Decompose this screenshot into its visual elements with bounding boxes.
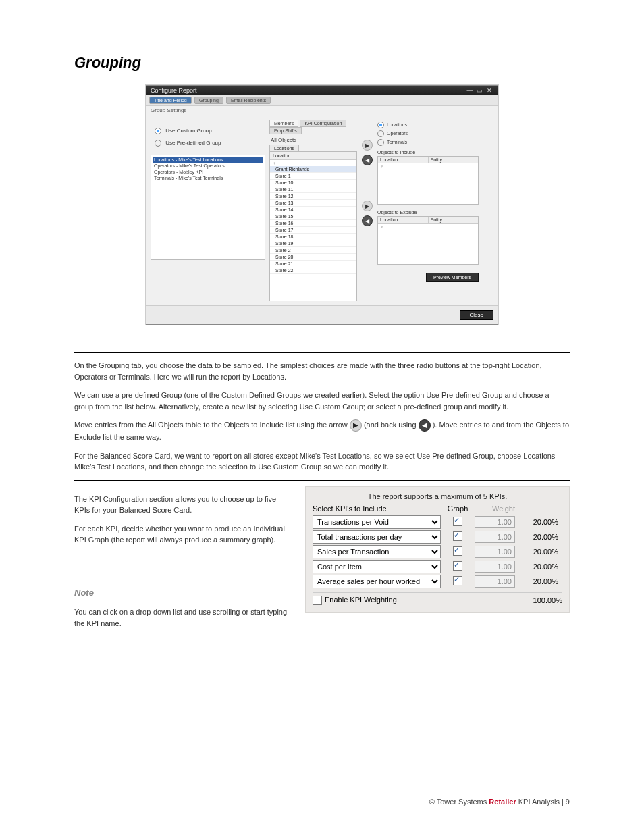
subtab-members[interactable]: Members xyxy=(269,120,298,127)
table-row[interactable]: Store 11 xyxy=(270,186,356,193)
radio-dot-icon xyxy=(155,128,161,134)
table-row[interactable]: Store 20 xyxy=(270,254,356,261)
weight-input[interactable] xyxy=(475,561,515,573)
body-paragraph: The KPI Configuration section allows you… xyxy=(74,494,292,516)
table-row[interactable]: Store 21 xyxy=(270,261,356,267)
arrow-remove-include-icon[interactable]: ◀ xyxy=(362,155,373,165)
weight-percent: 20.00% xyxy=(515,548,558,556)
window-controls: — ▭ ✕ xyxy=(466,87,493,94)
subtab-emp-shifts[interactable]: Emp Shifts xyxy=(269,127,302,134)
close-icon[interactable]: ✕ xyxy=(485,87,493,94)
table-row[interactable]: Store 15 xyxy=(270,213,356,220)
column-header-location[interactable]: Location xyxy=(270,152,356,160)
graph-checkbox[interactable] xyxy=(453,531,462,541)
tab-email-recipients[interactable]: Email Recipients xyxy=(226,97,271,104)
radio-terminals[interactable]: Terminals xyxy=(377,139,479,146)
kpi-select[interactable]: Average sales per hour worked xyxy=(313,575,441,588)
body-paragraph: You can click on a drop-down list and us… xyxy=(74,606,292,629)
radio-use-predefined-group[interactable]: Use Pre-defined Group xyxy=(155,140,265,147)
table-row[interactable]: Store 22 xyxy=(270,267,356,274)
list-item[interactable]: Operators - Mike's Test Operators xyxy=(153,163,263,169)
arrow-add-include-icon[interactable]: ▶ xyxy=(362,140,373,151)
arrow-right-icon: ▶ xyxy=(350,419,362,432)
graph-column-label: Graph xyxy=(441,504,475,513)
enable-label: Enable KPI Weighting xyxy=(325,596,397,604)
members-subtabs: Members KPI Configuration Emp Shifts xyxy=(269,120,357,134)
table-row[interactable]: Store 2 xyxy=(270,247,356,254)
table-row[interactable]: Store 1 xyxy=(270,173,356,180)
radio-locations[interactable]: Locations xyxy=(377,122,479,128)
radio-label: Locations xyxy=(387,122,407,127)
body-text: Move entries from the All Objects table … xyxy=(74,421,350,429)
weight-input[interactable] xyxy=(475,516,515,528)
configure-report-window: Configure Report — ▭ ✕ Title and Period … xyxy=(146,85,498,325)
radio-use-custom-group[interactable]: Use Custom Group xyxy=(155,128,265,134)
kpi-select[interactable]: Transactions per Void xyxy=(313,515,441,529)
graph-checkbox[interactable] xyxy=(453,561,462,571)
table-row[interactable]: Store 19 xyxy=(270,240,356,247)
weight-input[interactable] xyxy=(475,546,515,558)
arrow-remove-exclude-icon[interactable]: ◀ xyxy=(362,215,373,226)
graph-checkbox[interactable] xyxy=(453,576,462,585)
body-paragraph: On the Grouping tab, you choose the data… xyxy=(74,360,570,382)
weight-percent: 20.00% xyxy=(515,533,558,541)
column-header-entity[interactable]: Entity xyxy=(429,157,479,163)
list-item[interactable]: Terminals - Mike's Test Terminals xyxy=(153,175,263,181)
filter-row[interactable]: ♀ xyxy=(270,160,356,166)
footer-text: © Tower Systems xyxy=(429,798,489,806)
table-row[interactable]: Store 13 xyxy=(270,200,356,207)
table-row[interactable]: Store 16 xyxy=(270,220,356,227)
objects-to-include-table[interactable]: LocationEntity ♀ xyxy=(377,156,479,205)
objects-to-exclude-label: Objects to Exclude xyxy=(377,210,479,215)
kpi-row: Cost per Item 20.00% xyxy=(313,560,562,573)
weight-input[interactable] xyxy=(475,575,515,588)
weight-input[interactable] xyxy=(475,531,515,543)
list-item[interactable]: Operators - Mobley KPI xyxy=(153,169,263,175)
table-row[interactable]: Store 14 xyxy=(270,207,356,213)
table-row[interactable]: Store 12 xyxy=(270,193,356,200)
tab-grouping[interactable]: Grouping xyxy=(194,97,223,104)
weight-total: 100.00% xyxy=(522,596,562,604)
footer-text: KPI Analysis | 9 xyxy=(516,798,570,806)
close-button[interactable]: Close xyxy=(460,310,493,320)
kpi-select[interactable]: Cost per Item xyxy=(313,560,441,573)
footer-brand: Retailer xyxy=(489,798,516,806)
maximize-icon[interactable]: ▭ xyxy=(475,87,483,94)
column-header-location[interactable]: Location xyxy=(378,157,429,163)
filter-row[interactable]: ♀ xyxy=(378,163,478,170)
arrow-left-icon: ◀ xyxy=(419,419,431,432)
kpi-select[interactable]: Total transactions per day xyxy=(313,530,441,544)
body-paragraph: We can use a pre-defined Group (one of t… xyxy=(74,390,570,412)
tab-title-and-period[interactable]: Title and Period xyxy=(149,97,192,104)
minimize-icon[interactable]: — xyxy=(466,87,474,94)
checkbox-icon[interactable] xyxy=(313,596,322,605)
weight-percent: 20.00% xyxy=(515,577,558,585)
objects-to-exclude-table[interactable]: LocationEntity ♀ xyxy=(377,216,479,265)
divider xyxy=(74,642,570,642)
column-header-entity[interactable]: Entity xyxy=(429,217,479,223)
locations-tab[interactable]: Locations xyxy=(269,145,299,151)
kpi-row: Average sales per hour worked 20.00% xyxy=(313,575,562,588)
graph-checkbox[interactable] xyxy=(453,546,462,556)
weight-percent: 20.00% xyxy=(515,518,558,526)
subtab-kpi-configuration[interactable]: KPI Configuration xyxy=(300,120,346,127)
preview-members-button[interactable]: Preview Members xyxy=(426,273,479,282)
radio-operators[interactable]: Operators xyxy=(377,130,479,137)
all-objects-grid[interactable]: Location ♀ Grant Richlands Store 1 Store… xyxy=(269,151,357,301)
arrow-add-exclude-icon[interactable]: ▶ xyxy=(362,201,373,211)
objects-to-include-label: Objects to Include xyxy=(377,150,479,155)
predefined-group-list[interactable]: Locations - Mike's Test Locations Operat… xyxy=(151,155,265,260)
table-row[interactable]: Store 18 xyxy=(270,234,356,240)
table-row[interactable]: Store 17 xyxy=(270,227,356,234)
filter-row[interactable]: ♀ xyxy=(378,224,478,230)
enable-kpi-weighting[interactable]: Enable KPI Weighting xyxy=(313,596,522,605)
radio-label: Use Custom Group xyxy=(165,128,211,134)
table-row[interactable]: Grant Richlands xyxy=(270,166,356,173)
list-item[interactable]: Locations - Mike's Test Locations xyxy=(153,157,263,163)
kpi-configuration-panel: The report supports a maximum of 5 KPIs.… xyxy=(305,486,570,613)
body-paragraph: Move entries from the All Objects table … xyxy=(74,419,570,443)
kpi-select[interactable]: Sales per Transaction xyxy=(313,545,441,558)
column-header-location[interactable]: Location xyxy=(378,217,429,223)
graph-checkbox[interactable] xyxy=(453,517,462,526)
table-row[interactable]: Store 10 xyxy=(270,180,356,186)
